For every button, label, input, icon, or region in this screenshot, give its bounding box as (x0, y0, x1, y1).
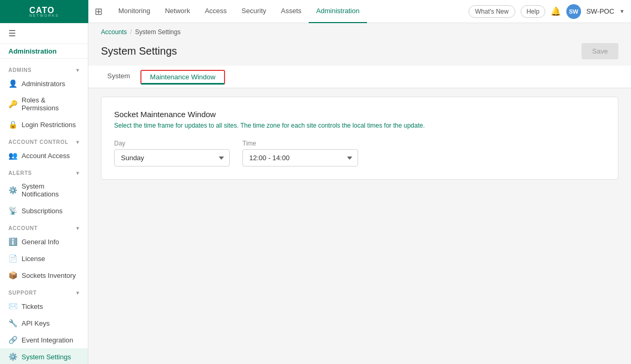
sidebar-item-system-notifications[interactable]: ⚙️ System Notifications (0, 178, 88, 202)
sidebar-section-account-control[interactable]: ACCOUNT CONTROL▾ (0, 133, 88, 147)
sidebar-item-label: System Settings (22, 353, 71, 361)
top-navigation: CATO NETWORKS ⊞ MonitoringNetworkAccessS… (0, 0, 631, 23)
nav-link-administration[interactable]: Administration (309, 0, 367, 23)
sidebar-icon: 👤 (8, 79, 17, 88)
logo: CATO NETWORKS (0, 0, 88, 23)
sidebar-icon: ✉️ (8, 302, 17, 310)
form-row: Day SundayMondayTuesdayWednesdayThursday… (114, 140, 605, 167)
nav-link-network[interactable]: Network (158, 0, 198, 23)
username[interactable]: SW-POC (586, 7, 614, 15)
sidebar-item-label: API Keys (22, 319, 49, 327)
day-select[interactable]: SundayMondayTuesdayWednesdayThursdayFrid… (114, 149, 230, 167)
sidebar-icon: ⚙️ (8, 186, 17, 194)
sidebar-item-subscriptions[interactable]: 📡 Subscriptions (0, 202, 88, 219)
breadcrumb-separator: / (130, 28, 131, 36)
sidebar-icon: 🔧 (8, 319, 17, 327)
sidebar-item-tickets[interactable]: ✉️ Tickets (0, 298, 88, 315)
nav-link-assets[interactable]: Assets (273, 0, 309, 23)
card-desc-highlight: The time zone for each site controls the… (240, 122, 425, 129)
sidebar-section-admins[interactable]: ADMINS▾ (0, 61, 88, 75)
sidebar-item-label: Roles & Permissions (22, 96, 79, 112)
sidebar: ☰ Administration ADMINS▾👤 Administrators… (0, 23, 88, 364)
sidebar-item-administrators[interactable]: 👤 Administrators (0, 75, 88, 92)
sidebar-section-alerts[interactable]: ALERTS▾ (0, 164, 88, 178)
sidebar-item-label: Account Access (22, 152, 70, 160)
sidebar-item-label: Login Restrictions (22, 121, 76, 129)
hamburger-icon[interactable]: ☰ (0, 23, 88, 44)
card-description: Select the time frame for updates to all… (114, 122, 605, 129)
sidebar-icon: 👥 (8, 151, 17, 160)
bell-icon[interactable]: 🔔 (551, 6, 561, 16)
sidebar-icon: ℹ️ (8, 237, 17, 246)
sidebar-icon: ⚙️ (8, 352, 17, 361)
day-form-group: Day SundayMondayTuesdayWednesdayThursday… (114, 140, 230, 167)
sidebar-icon: 📄 (8, 254, 17, 263)
tab-maintenance-window[interactable]: Maintenance Window (140, 70, 225, 85)
sidebar-item-sockets-inventory[interactable]: 📦 Sockets Inventory (0, 267, 88, 284)
card-desc-prefix: Select the time frame for updates to all… (114, 122, 240, 129)
nav-link-monitoring[interactable]: Monitoring (111, 0, 158, 23)
grid-icon[interactable]: ⊞ (95, 6, 103, 17)
save-button[interactable]: Save (582, 43, 618, 59)
sidebar-icon: 🔒 (8, 120, 17, 129)
sidebar-item-label: Tickets (22, 303, 43, 310)
time-select[interactable]: 00:00 - 02:0002:00 - 04:0004:00 - 06:000… (242, 149, 358, 167)
sidebar-item-label: Sockets Inventory (22, 272, 76, 279)
sidebar-icon: 📡 (8, 206, 17, 215)
whats-new-button[interactable]: What's New (469, 5, 516, 18)
breadcrumb-link[interactable]: Accounts (101, 28, 127, 36)
time-label: Time (242, 140, 358, 147)
tab-system[interactable]: System (97, 66, 140, 88)
tabs-bar: System Maintenance Window (88, 66, 631, 88)
sidebar-item-roles-&-permissions[interactable]: 🔑 Roles & Permissions (0, 92, 88, 116)
sidebar-item-label: System Notifications (22, 182, 79, 198)
sidebar-icon: 🔗 (8, 336, 17, 344)
content-area: Accounts / System Settings System Settin… (88, 23, 631, 364)
logo-sub: NETWORKS (29, 14, 59, 17)
sidebar-item-label: License (22, 255, 45, 263)
nav-right: What's New Help 🔔 SW SW-POC ▼ (469, 4, 625, 19)
help-button[interactable]: Help (521, 5, 545, 18)
sidebar-icon: 📦 (8, 271, 17, 279)
chevron-down-icon[interactable]: ▼ (619, 8, 625, 14)
sidebar-admin-label: Administration (0, 44, 88, 59)
nav-link-security[interactable]: Security (234, 0, 273, 23)
sidebar-section-support[interactable]: SUPPORT▾ (0, 284, 88, 298)
page-title: System Settings (101, 45, 177, 57)
breadcrumb: Accounts / System Settings (88, 23, 631, 39)
breadcrumb-current: System Settings (135, 28, 181, 36)
sidebar-item-label: Event Integration (22, 336, 73, 344)
card-title: Socket Maintenance Window (114, 110, 605, 119)
sidebar-section-account[interactable]: ACCOUNT▾ (0, 219, 88, 233)
sidebar-item-event-integration[interactable]: 🔗 Event Integration (0, 331, 88, 348)
main-content: Socket Maintenance Window Select the tim… (88, 88, 631, 364)
sidebar-item-license[interactable]: 📄 License (0, 250, 88, 267)
page-header: System Settings Save (88, 39, 631, 66)
main-layout: ☰ Administration ADMINS▾👤 Administrators… (0, 23, 631, 364)
time-form-group: Time 00:00 - 02:0002:00 - 04:0004:00 - 0… (242, 140, 358, 167)
avatar[interactable]: SW (566, 4, 581, 19)
sidebar-item-label: Subscriptions (22, 207, 63, 215)
sidebar-item-login-restrictions[interactable]: 🔒 Login Restrictions (0, 116, 88, 133)
sidebar-icon: 🔑 (8, 100, 17, 108)
sidebar-item-general-info[interactable]: ℹ️ General Info (0, 233, 88, 250)
sidebar-item-system-settings[interactable]: ⚙️ System Settings (0, 348, 88, 364)
maintenance-window-card: Socket Maintenance Window Select the tim… (101, 97, 618, 180)
main-nav: MonitoringNetworkAccessSecurityAssetsAdm… (111, 0, 367, 23)
sidebar-item-account-access[interactable]: 👥 Account Access (0, 147, 88, 164)
sidebar-item-api-keys[interactable]: 🔧 API Keys (0, 315, 88, 331)
nav-link-access[interactable]: Access (197, 0, 234, 23)
sidebar-item-label: Administrators (22, 80, 65, 88)
sidebar-item-label: General Info (22, 238, 59, 246)
day-label: Day (114, 140, 230, 147)
